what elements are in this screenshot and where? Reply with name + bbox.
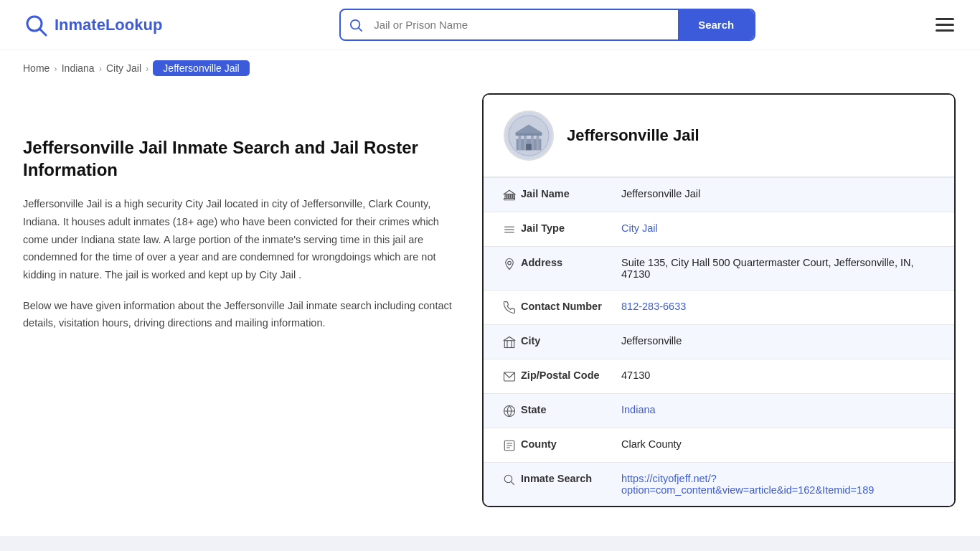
row-value: Jeffersonville Jail bbox=[621, 188, 940, 199]
row-value: Suite 135, City Hall 500 Quartermaster C… bbox=[621, 257, 940, 280]
row-icon bbox=[498, 301, 521, 314]
row-value-text: Clark County bbox=[621, 438, 682, 450]
row-label: Inmate Search bbox=[521, 473, 621, 484]
row-value-text: Suite 135, City Hall 500 Quartermaster C… bbox=[621, 257, 914, 280]
row-value[interactable]: 812-283-6633 bbox=[621, 301, 940, 312]
svg-rect-12 bbox=[526, 144, 532, 151]
table-row: Zip/Postal Code 47130 bbox=[484, 359, 954, 393]
breadcrumb-type[interactable]: City Jail bbox=[106, 62, 141, 74]
chevron-icon: › bbox=[99, 63, 102, 74]
row-label: State bbox=[521, 404, 621, 415]
search-area: Search bbox=[339, 9, 755, 41]
card-header: Jeffersonville Jail bbox=[484, 95, 954, 177]
svg-point-31 bbox=[504, 475, 512, 483]
card-jail-name: Jeffersonville Jail bbox=[567, 126, 699, 145]
row-value[interactable]: https://cityofjeff.net/?option=com_conte… bbox=[621, 473, 940, 496]
right-column: Jeffersonville Jail Jail Name Jeffersonv… bbox=[482, 93, 956, 507]
row-value[interactable]: Indiana bbox=[621, 404, 940, 415]
logo-link[interactable]: InmateLookup bbox=[23, 12, 162, 38]
row-icon bbox=[498, 405, 521, 418]
svg-point-23 bbox=[508, 261, 512, 265]
hamburger-menu[interactable] bbox=[933, 15, 957, 34]
breadcrumb-state[interactable]: Indiana bbox=[62, 62, 95, 74]
svg-rect-10 bbox=[516, 133, 542, 136]
row-icon bbox=[498, 223, 521, 236]
row-value: 47130 bbox=[621, 369, 940, 381]
svg-marker-19 bbox=[504, 190, 515, 194]
row-label: County bbox=[521, 438, 621, 450]
row-label: Contact Number bbox=[521, 301, 621, 312]
row-link[interactable]: 812-283-6633 bbox=[621, 301, 686, 312]
table-row: State Indiana bbox=[484, 393, 954, 428]
svg-line-3 bbox=[359, 28, 362, 31]
page-description-1: Jeffersonville Jail is a high security C… bbox=[23, 195, 453, 283]
svg-rect-15 bbox=[507, 194, 509, 199]
row-label: Jail Name bbox=[521, 188, 621, 199]
svg-rect-9 bbox=[537, 134, 540, 150]
row-icon bbox=[498, 370, 521, 383]
main-content: Jeffersonville Jail Inmate Search and Ja… bbox=[0, 86, 980, 536]
row-icon bbox=[498, 189, 521, 202]
row-link[interactable]: Indiana bbox=[621, 404, 656, 415]
table-row: County Clark County bbox=[484, 428, 954, 462]
row-icon bbox=[498, 336, 521, 349]
row-link[interactable]: City Jail bbox=[621, 222, 658, 234]
row-icon bbox=[498, 258, 521, 270]
row-label: Jail Type bbox=[521, 222, 621, 234]
row-value-text: Jeffersonville bbox=[621, 335, 682, 347]
info-card: Jeffersonville Jail Jail Name Jeffersonv… bbox=[482, 93, 956, 507]
search-input[interactable] bbox=[371, 11, 678, 38]
search-wrapper: Search bbox=[339, 9, 755, 41]
breadcrumb: Home › Indiana › City Jail › Jeffersonvi… bbox=[0, 50, 980, 86]
inmate-search-link[interactable]: https://cityofjeff.net/?option=com_conte… bbox=[621, 473, 874, 496]
chevron-icon: › bbox=[146, 63, 149, 74]
svg-rect-6 bbox=[519, 134, 522, 150]
row-value[interactable]: City Jail bbox=[621, 222, 940, 234]
site-header: InmateLookup Search bbox=[0, 0, 980, 50]
table-row: Jail Name Jeffersonville Jail bbox=[484, 177, 954, 212]
row-label: Zip/Postal Code bbox=[521, 369, 621, 381]
table-row: Address Suite 135, City Hall 500 Quarter… bbox=[484, 246, 954, 290]
jail-avatar bbox=[504, 110, 554, 161]
row-label: City bbox=[521, 335, 621, 347]
table-row: City Jeffersonville bbox=[484, 324, 954, 359]
svg-rect-18 bbox=[514, 194, 515, 199]
search-icon bbox=[341, 13, 371, 37]
page-description-2: Below we have given information about th… bbox=[23, 297, 453, 332]
logo-text: InmateLookup bbox=[55, 16, 162, 34]
info-table: Jail Name Jeffersonville Jail Jail Type … bbox=[484, 177, 954, 506]
footer-bar bbox=[0, 536, 980, 551]
svg-rect-17 bbox=[512, 194, 513, 199]
left-column: Jeffersonville Jail Inmate Search and Ja… bbox=[23, 93, 482, 507]
chevron-icon: › bbox=[54, 63, 57, 74]
row-value: Clark County bbox=[621, 438, 940, 450]
svg-rect-14 bbox=[505, 194, 507, 199]
row-icon bbox=[498, 474, 521, 486]
table-row: Inmate Search https://cityofjeff.net/?op… bbox=[484, 462, 954, 506]
row-value-text: 47130 bbox=[621, 369, 650, 381]
search-button[interactable]: Search bbox=[678, 10, 754, 39]
breadcrumb-current: Jeffersonville Jail bbox=[153, 60, 249, 76]
breadcrumb-home[interactable]: Home bbox=[23, 62, 50, 74]
svg-rect-24 bbox=[504, 341, 514, 348]
row-value: Jeffersonville bbox=[621, 335, 940, 347]
logo-icon bbox=[23, 12, 49, 38]
svg-line-1 bbox=[39, 29, 46, 35]
svg-rect-16 bbox=[509, 194, 511, 199]
row-label: Address bbox=[521, 257, 621, 268]
row-value-text: Jeffersonville Jail bbox=[621, 188, 700, 199]
row-icon bbox=[498, 439, 521, 452]
table-row: Contact Number 812-283-6633 bbox=[484, 290, 954, 324]
page-title: Jeffersonville Jail Inmate Search and Ja… bbox=[23, 136, 453, 181]
svg-line-32 bbox=[512, 482, 514, 485]
table-row: Jail Type City Jail bbox=[484, 212, 954, 246]
